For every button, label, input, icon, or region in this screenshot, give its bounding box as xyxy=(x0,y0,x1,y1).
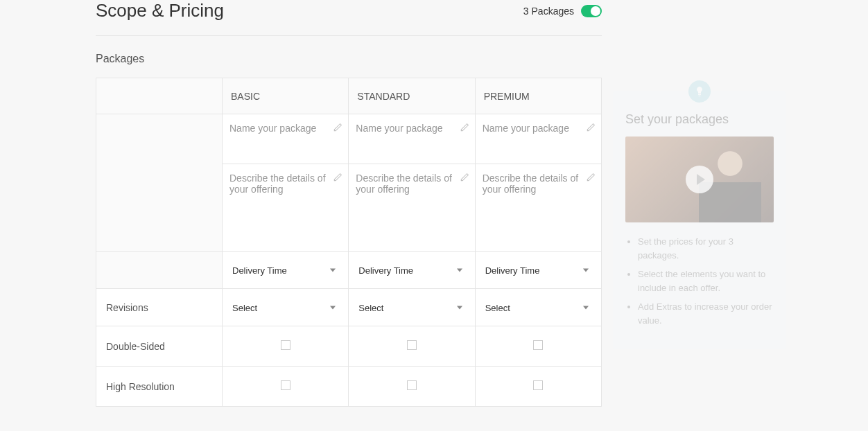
packages-toggle-label: 3 Packages xyxy=(523,6,574,17)
basic-name-cell[interactable]: Name your package xyxy=(223,114,349,164)
high-resolution-rowlabel: High Resolution xyxy=(96,367,223,407)
standard-describe-cell[interactable]: Describe the details of your offering xyxy=(349,164,475,252)
basic-double-sided-checkbox[interactable] xyxy=(281,340,290,350)
premium-double-sided-checkbox[interactable] xyxy=(533,340,543,350)
basic-high-resolution-checkbox[interactable] xyxy=(281,380,290,390)
lightbulb-icon xyxy=(688,80,711,103)
packages-table: BASIC STANDARD PREMIUM Name your package xyxy=(96,78,602,407)
tips-item: Select the elements you want to include … xyxy=(638,267,774,294)
standard-high-resolution-checkbox[interactable] xyxy=(407,380,417,390)
standard-double-sided-checkbox[interactable] xyxy=(407,340,417,350)
premium-revisions-select[interactable]: Select xyxy=(475,289,601,326)
premium-delivery-select[interactable]: Delivery Time xyxy=(475,252,601,289)
pencil-icon xyxy=(333,123,342,132)
premium-delivery-text: Delivery Time xyxy=(485,265,540,276)
standard-name-placeholder: Name your package xyxy=(356,123,442,134)
column-header-basic: BASIC xyxy=(223,78,349,114)
premium-describe-placeholder: Describe the details of your offering xyxy=(483,173,579,195)
basic-name-placeholder: Name your package xyxy=(229,123,316,134)
play-icon xyxy=(686,166,713,193)
premium-name-placeholder: Name your package xyxy=(483,123,569,134)
premium-describe-cell[interactable]: Describe the details of your offering xyxy=(475,164,601,252)
standard-describe-placeholder: Describe the details of your offering xyxy=(356,173,452,195)
caret-down-icon xyxy=(330,306,336,309)
basic-delivery-select[interactable]: Delivery Time xyxy=(223,252,349,289)
tips-item: Add Extras to increase your order value. xyxy=(638,300,774,327)
basic-describe-placeholder: Describe the details of your offering xyxy=(229,173,326,195)
revisions-rowlabel: Revisions xyxy=(96,289,223,326)
caret-down-icon xyxy=(583,268,589,272)
tips-video-thumbnail[interactable] xyxy=(625,137,774,222)
packages-toggle[interactable] xyxy=(581,5,602,17)
table-corner-cell xyxy=(96,78,223,114)
caret-down-icon xyxy=(583,306,589,309)
tips-panel: Set your packages Set the prices for you… xyxy=(613,91,786,349)
name-desc-rowlabel xyxy=(96,114,223,252)
tips-list: Set the prices for your 3 packages. Sele… xyxy=(625,235,774,327)
standard-revisions-select[interactable]: Select xyxy=(349,289,475,326)
double-sided-rowlabel: Double-Sided xyxy=(96,326,223,367)
basic-revisions-text: Select xyxy=(232,303,257,313)
standard-delivery-select[interactable]: Delivery Time xyxy=(349,252,475,289)
delivery-rowlabel xyxy=(96,252,223,289)
premium-high-resolution-checkbox[interactable] xyxy=(533,380,543,390)
packages-toggle-group: 3 Packages xyxy=(523,5,602,17)
basic-revisions-select[interactable]: Select xyxy=(223,289,349,326)
pencil-icon xyxy=(460,123,469,132)
premium-revisions-text: Select xyxy=(485,303,510,313)
standard-name-cell[interactable]: Name your package xyxy=(349,114,475,164)
standard-revisions-text: Select xyxy=(358,303,383,313)
packages-section-label: Packages xyxy=(96,53,602,65)
page-title: Scope & Pricing xyxy=(96,0,224,21)
pencil-icon xyxy=(460,173,469,182)
tips-title: Set your packages xyxy=(625,112,774,127)
caret-down-icon xyxy=(457,306,462,309)
column-header-standard: STANDARD xyxy=(349,78,475,114)
premium-name-cell[interactable]: Name your package xyxy=(475,114,601,164)
tips-item: Set the prices for your 3 packages. xyxy=(638,235,774,262)
standard-delivery-text: Delivery Time xyxy=(358,265,413,276)
pencil-icon xyxy=(586,123,596,132)
caret-down-icon xyxy=(457,268,462,272)
basic-delivery-text: Delivery Time xyxy=(232,265,287,276)
pencil-icon xyxy=(586,173,596,182)
basic-describe-cell[interactable]: Describe the details of your offering xyxy=(223,164,349,252)
caret-down-icon xyxy=(330,268,336,272)
pencil-icon xyxy=(333,173,342,182)
column-header-premium: PREMIUM xyxy=(475,78,601,114)
